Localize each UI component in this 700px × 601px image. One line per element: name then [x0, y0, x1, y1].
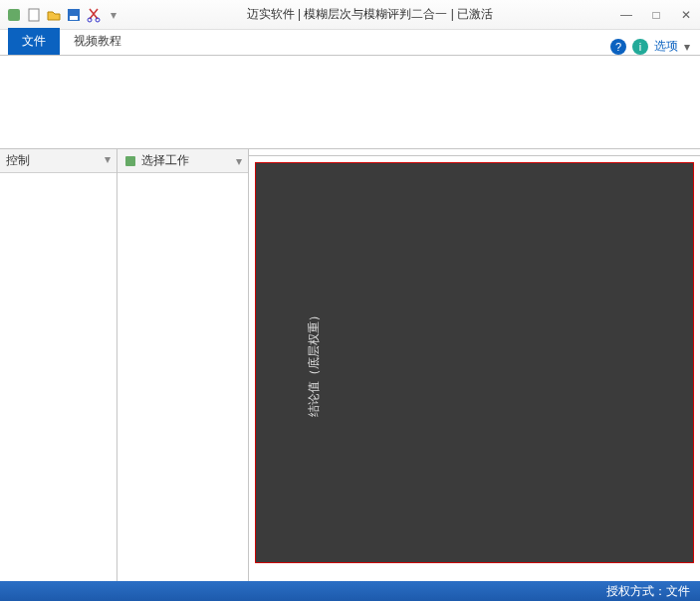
main-panel: 结论值（底层权重）	[249, 149, 700, 581]
project-tree[interactable]	[0, 173, 117, 181]
select-work-panel: 选择工作 ▾	[117, 149, 249, 581]
quick-access-toolbar: ▾	[6, 7, 121, 23]
save-icon[interactable]	[66, 7, 82, 23]
maximize-button[interactable]: □	[648, 8, 664, 22]
svg-rect-3	[70, 16, 78, 20]
control-panel: 控制 ▾	[0, 149, 117, 581]
chart-plot	[312, 181, 675, 506]
window-controls: — □ ✕	[618, 8, 694, 22]
tab-file[interactable]: 文件	[8, 28, 60, 55]
qat-dropdown-icon[interactable]: ▾	[106, 7, 121, 23]
ribbon-body	[0, 56, 700, 149]
open-icon[interactable]	[46, 7, 62, 23]
select-work-title: 选择工作 ▾	[117, 149, 248, 173]
minimize-button[interactable]: —	[618, 8, 634, 22]
ribbon-tabs: 文件 视频教程 ? i 选项 ▾	[0, 30, 700, 56]
cut-icon[interactable]	[86, 7, 102, 23]
window-title: 迈实软件 | 模糊层次与模糊评判二合一 | 已激活	[121, 6, 618, 23]
control-panel-title: 控制 ▾	[0, 149, 117, 173]
step-buttons	[249, 569, 700, 581]
status-text: 授权方式：文件	[606, 583, 690, 600]
info-icon[interactable]: i	[632, 39, 648, 55]
cube-icon	[123, 154, 137, 168]
status-bar: 授权方式：文件	[0, 581, 700, 601]
svg-rect-0	[8, 9, 20, 21]
options-dropdown-icon[interactable]: ▾	[684, 40, 690, 54]
result-tabs	[249, 149, 700, 156]
expert-tree[interactable]	[117, 173, 248, 181]
app-icon	[6, 7, 22, 23]
new-icon[interactable]	[26, 7, 42, 23]
help-icon[interactable]: ?	[610, 39, 626, 55]
svg-rect-1	[29, 9, 39, 21]
tab-0[interactable]: 视频教程	[60, 28, 135, 55]
chart-area: 结论值（底层权重）	[255, 162, 694, 563]
close-button[interactable]: ✕	[678, 8, 694, 22]
options-button[interactable]: 选项	[654, 38, 678, 55]
svg-rect-6	[125, 156, 135, 166]
titlebar: ▾ 迈实软件 | 模糊层次与模糊评判二合一 | 已激活 — □ ✕	[0, 0, 700, 30]
